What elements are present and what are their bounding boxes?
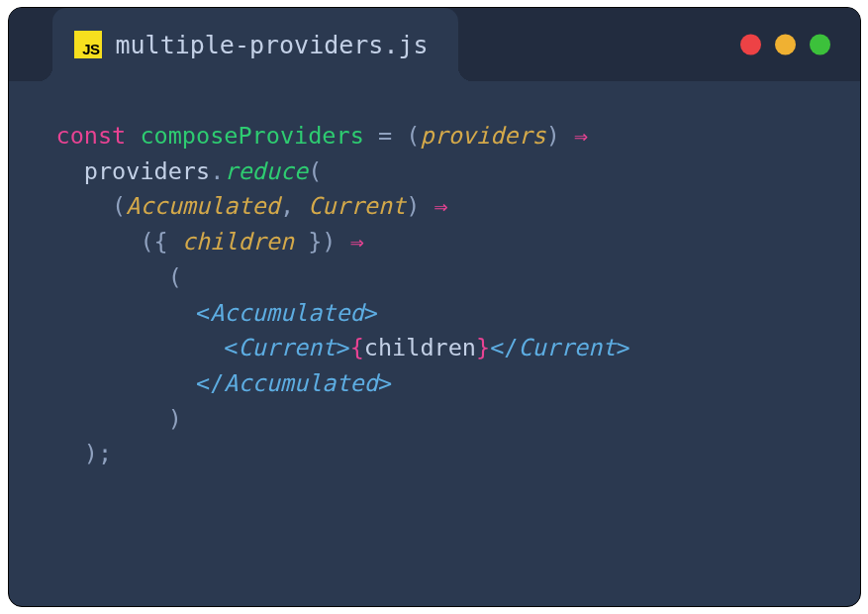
jsx-expr-brace: }	[476, 334, 490, 361]
jsx-open: <	[196, 299, 210, 327]
paren: (	[406, 122, 420, 150]
jsx-open: </	[490, 334, 518, 361]
indent	[56, 334, 225, 361]
indent	[56, 228, 141, 256]
equals: =	[364, 122, 406, 150]
paren: )	[84, 440, 98, 467]
minimize-icon[interactable]	[775, 35, 796, 55]
param-accumulated: Accumulated	[126, 192, 280, 220]
jsx-open: </	[196, 369, 224, 397]
jsx-tag-current: Current	[238, 334, 336, 361]
indent	[56, 440, 84, 467]
jsx-close: >	[336, 334, 349, 361]
brace: {	[154, 228, 182, 256]
method-reduce: reduce	[224, 157, 308, 185]
keyword-const: const	[56, 122, 127, 150]
code-content: const composeProviders = (providers) ⇒ p…	[9, 81, 860, 510]
jsx-close: >	[364, 299, 378, 327]
javascript-icon: JS	[74, 31, 102, 58]
paren: )	[322, 228, 336, 256]
paren: (	[112, 192, 126, 220]
semicolon: ;	[98, 440, 112, 467]
indent	[56, 369, 196, 397]
paren: (	[140, 228, 153, 256]
close-icon[interactable]	[740, 35, 761, 55]
paren: (	[308, 157, 322, 185]
dot: .	[210, 157, 224, 185]
paren: )	[546, 122, 560, 150]
jsx-tag-accumulated: Accumulated	[224, 369, 378, 397]
param-children: children	[182, 228, 294, 256]
comma: ,	[280, 192, 308, 220]
arrow: ⇒	[420, 192, 447, 220]
paren: )	[168, 405, 182, 433]
maximize-icon[interactable]	[810, 35, 830, 55]
arrow: ⇒	[560, 122, 588, 150]
function-name: composeProviders	[140, 122, 363, 150]
param-providers: providers	[420, 122, 545, 150]
paren: )	[406, 192, 420, 220]
file-tab[interactable]: JS multiple-providers.js	[52, 8, 458, 81]
code-editor-window: JS multiple-providers.js const composePr…	[8, 7, 861, 607]
titlebar: JS multiple-providers.js	[9, 8, 860, 81]
tab-filename: multiple-providers.js	[116, 31, 429, 59]
indent	[56, 405, 168, 433]
param-current: Current	[308, 192, 406, 220]
var-children: children	[364, 334, 476, 361]
indent	[56, 299, 196, 327]
arrow: ⇒	[336, 228, 363, 256]
brace: }	[294, 228, 322, 256]
jsx-tag-accumulated: Accumulated	[210, 299, 364, 327]
jsx-open: <	[224, 334, 238, 361]
indent	[56, 263, 168, 291]
jsx-close: >	[616, 334, 629, 361]
window-controls	[740, 35, 830, 55]
jsx-expr-brace: {	[350, 334, 364, 361]
indent	[56, 157, 84, 185]
paren: (	[168, 263, 182, 291]
jsx-tag-current: Current	[518, 334, 616, 361]
identifier: providers	[84, 157, 210, 185]
jsx-close: >	[378, 369, 392, 397]
indent	[56, 192, 113, 220]
